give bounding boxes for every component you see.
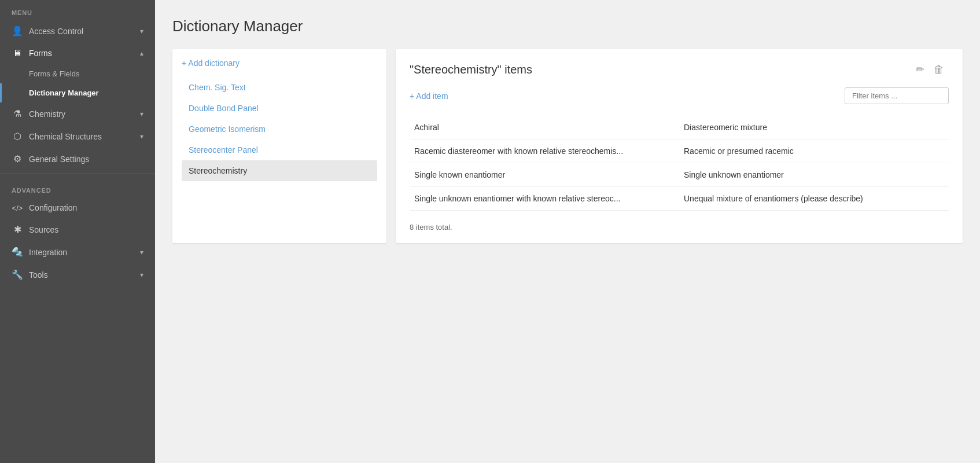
sidebar-item-label: Chemical Structures [29,132,102,141]
chevron-down-icon: ▾ [140,271,143,279]
sidebar-item-label: Tools [29,270,48,280]
edit-button[interactable]: ✏ [911,61,929,78]
sidebar-item-configuration[interactable]: </> Configuration [0,197,155,218]
chevron-down-icon: ▾ [140,248,143,256]
right-panel-title: "Stereochemistry" items [410,63,911,76]
dictionary-items-panel: "Stereochemistry" items ✏ 🗑 + Add item A… [396,49,963,243]
dict-item-geometric[interactable]: Geometric Isomerism [182,119,377,139]
user-icon: 👤 [12,25,23,36]
add-item-button[interactable]: + Add item [410,91,448,101]
items-total: 8 items total. [410,211,949,232]
list-item: Racemic diastereomer with known relative… [410,139,679,163]
right-panel-header: "Stereochemistry" items ✏ 🗑 [410,61,949,78]
sidebar-item-label: General Settings [29,155,89,164]
filter-input[interactable] [845,87,949,104]
sidebar-item-integration[interactable]: 🔩 Integration ▾ [0,241,155,263]
list-item: Achiral [410,116,679,139]
items-grid: Achiral Diastereomeric mixture Racemic d… [410,116,949,211]
sidebar-sub-item-label: Forms & Fields [29,69,79,78]
advanced-label: ADVANCED [0,178,155,197]
sidebar-sub-item-label: Dictionary Manager [29,89,99,97]
list-item: Racemic or presumed racemic [679,139,949,163]
chevron-down-icon: ▾ [140,110,143,118]
sidebar-item-dictionary-manager[interactable]: Dictionary Manager [0,83,155,102]
sidebar-item-chemistry[interactable]: ⚗ Chemistry ▾ [0,102,155,125]
dictionary-list-panel: + Add dictionary Chem. Sig. Text Double … [172,49,386,243]
list-item: Diastereomeric mixture [679,116,949,139]
content-row: + Add dictionary Chem. Sig. Text Double … [172,49,963,243]
sidebar: MENU 👤 Access Control ▾ 🖥 Forms ▴ Forms … [0,0,155,463]
dict-item-chem-sig[interactable]: Chem. Sig. Text [182,77,377,98]
sidebar-item-label: Integration [29,248,67,257]
chevron-down-icon: ▾ [140,27,143,35]
right-panel-toolbar: + Add item [410,87,949,104]
sidebar-item-label: Sources [29,225,58,234]
sidebar-item-tools[interactable]: 🔧 Tools ▾ [0,263,155,286]
integration-icon: 🔩 [12,247,23,258]
chemistry-icon: ⚗ [12,108,23,119]
sidebar-item-sources[interactable]: ✱ Sources [0,218,155,241]
sidebar-item-forms-fields[interactable]: Forms & Fields [0,64,155,83]
hexagon-icon: ⬡ [12,131,23,142]
list-item: Single known enantiomer [410,163,679,187]
sidebar-item-label: Chemistry [29,109,65,119]
delete-button[interactable]: 🗑 [929,61,949,78]
gear-icon: ⚙ [12,153,23,164]
page-title: Dictionary Manager [172,17,963,35]
sidebar-item-label: Configuration [29,203,77,212]
chevron-down-icon: ▾ [140,133,143,141]
sidebar-item-access-control[interactable]: 👤 Access Control ▾ [0,20,155,42]
chevron-up-icon: ▴ [140,49,143,57]
dict-item-double-bond[interactable]: Double Bond Panel [182,98,377,119]
tools-icon: 🔧 [12,269,23,280]
dict-item-stereocenter[interactable]: Stereocenter Panel [182,139,377,160]
menu-label: MENU [0,0,155,20]
list-item: Unequal mixture of enantiomers (please d… [679,187,949,211]
code-icon: </> [12,204,23,212]
dict-item-stereochemistry[interactable]: Stereochemistry [182,160,377,181]
list-item: Single unknown enantiomer with known rel… [410,187,679,211]
sidebar-item-forms[interactable]: 🖥 Forms ▴ [0,42,155,64]
sidebar-item-label: Access Control [29,27,83,36]
main-content: Dictionary Manager + Add dictionary Chem… [155,0,980,463]
sidebar-item-label: Forms [29,49,52,58]
sidebar-item-general-settings[interactable]: ⚙ General Settings [0,148,155,170]
forms-icon: 🖥 [12,48,23,58]
add-dictionary-button[interactable]: + Add dictionary [182,58,377,68]
sidebar-item-chemical-structures[interactable]: ⬡ Chemical Structures ▾ [0,125,155,148]
list-item: Single unknown enantiomer [679,163,949,187]
sources-icon: ✱ [12,224,23,235]
